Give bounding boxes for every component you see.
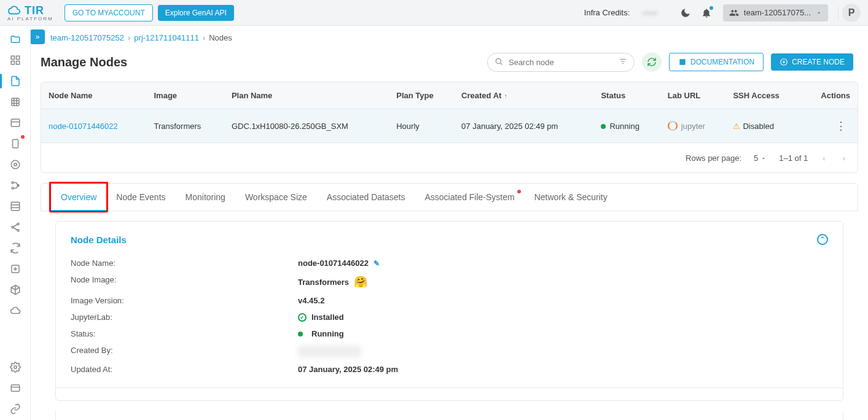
label-status: Status: bbox=[71, 329, 298, 338]
cloud-icon bbox=[7, 4, 21, 17]
col-created-at[interactable]: Created At↑ bbox=[454, 82, 593, 109]
label-image-version: Image Version: bbox=[71, 296, 298, 305]
sidebar-item-cube[interactable] bbox=[5, 280, 26, 300]
sidebar-item-graph[interactable] bbox=[5, 176, 26, 195]
filter-icon[interactable] bbox=[619, 57, 627, 68]
theme-toggle-icon[interactable] bbox=[680, 7, 691, 18]
sidebar-item-settings[interactable] bbox=[5, 357, 26, 377]
refresh-button[interactable] bbox=[642, 52, 662, 72]
cell-plan: GDC.1xH10080-26.250GB_SXM bbox=[224, 109, 389, 143]
svg-rect-2 bbox=[11, 61, 14, 64]
check-icon: ✓ bbox=[298, 313, 307, 322]
pagination: Rows per page: 5 1–1 of 1 ‹ › bbox=[41, 143, 858, 173]
value-jupyterlab: ✓Installed bbox=[298, 313, 344, 322]
col-lab-url[interactable]: Lab URL bbox=[660, 82, 726, 109]
svg-rect-4 bbox=[12, 98, 19, 106]
tab-node-events[interactable]: Node Events bbox=[106, 184, 175, 211]
label-node-image: Node Image: bbox=[71, 275, 298, 289]
breadcrumb-project[interactable]: prj-121711041111 bbox=[134, 33, 199, 42]
value-image-version: v4.45.2 bbox=[298, 296, 324, 305]
tabs: Overview Node Events Monitoring Workspac… bbox=[41, 183, 858, 211]
sidebar-item-deploy[interactable] bbox=[5, 134, 26, 154]
svg-point-15 bbox=[17, 230, 19, 231]
svg-rect-3 bbox=[16, 61, 19, 64]
tab-associated-filesystem[interactable]: Associated File-System bbox=[415, 184, 524, 211]
sidebar-item-dashboard[interactable] bbox=[5, 50, 26, 70]
value-updated-at: 07 January, 2025 02:49 pm bbox=[298, 365, 398, 374]
rpp-select[interactable]: 5 bbox=[754, 154, 767, 163]
collapse-button[interactable]: ⌃ bbox=[817, 234, 828, 245]
col-node-name[interactable]: Node Name bbox=[41, 82, 146, 109]
svg-point-7 bbox=[14, 163, 17, 166]
chevron-down-icon bbox=[816, 10, 822, 16]
goto-account-button[interactable]: GO TO MYACCOUNT bbox=[65, 4, 153, 21]
credits-label: Infra Credits: ------ bbox=[584, 8, 668, 17]
sidebar-expand-button[interactable]: » bbox=[31, 29, 45, 44]
svg-point-14 bbox=[12, 227, 14, 228]
cell-created: 07 January, 2025 02:49 pm bbox=[454, 109, 593, 143]
explore-genai-button[interactable]: Explore GenAI API bbox=[158, 5, 234, 21]
tab-monitoring[interactable]: Monitoring bbox=[176, 184, 235, 211]
search-input[interactable] bbox=[487, 53, 635, 72]
sort-asc-icon: ↑ bbox=[504, 92, 507, 99]
huggingface-icon: 🤗 bbox=[354, 275, 367, 289]
notifications-icon[interactable] bbox=[701, 7, 712, 18]
cell-plan-type: Hourly bbox=[389, 109, 454, 143]
cell-ssh: ⚠Disabled bbox=[725, 109, 802, 143]
cell-lab[interactable]: jupyter bbox=[660, 109, 726, 143]
breadcrumb-team[interactable]: team-120517075252 bbox=[50, 33, 124, 42]
row-actions-menu[interactable]: ⋮ bbox=[832, 120, 850, 132]
breadcrumb: team-120517075252 › prj-121711041111 › N… bbox=[31, 26, 868, 50]
next-page-button[interactable]: › bbox=[840, 151, 848, 165]
plus-icon bbox=[780, 58, 788, 66]
people-icon bbox=[729, 8, 739, 18]
table-row[interactable]: node-01071446022 Transformers GDC.1xH100… bbox=[41, 109, 858, 143]
logo[interactable]: TIR AI PLATFORM bbox=[7, 4, 53, 21]
sidebar-item-cloud[interactable] bbox=[5, 301, 26, 321]
sidebar-item-nodes[interactable] bbox=[5, 71, 26, 91]
documentation-button[interactable]: DOCUMENTATION bbox=[669, 53, 764, 71]
label-node-name: Node Name: bbox=[71, 259, 298, 268]
value-created-by bbox=[298, 346, 361, 357]
svg-point-13 bbox=[17, 223, 19, 225]
sidebar-item-billing[interactable] bbox=[5, 378, 26, 398]
sidebar-item-folder[interactable] bbox=[5, 29, 26, 49]
col-plan-name[interactable]: Plan Name bbox=[224, 82, 389, 109]
sidebar-item-datasets[interactable] bbox=[5, 92, 26, 112]
doc-icon bbox=[678, 58, 687, 66]
pagination-range: 1–1 of 1 bbox=[779, 154, 808, 163]
svg-rect-0 bbox=[11, 56, 14, 59]
tab-workspace-size[interactable]: Workspace Size bbox=[235, 184, 317, 211]
sidebar-item-sync[interactable] bbox=[5, 238, 26, 258]
sidebar-item-table[interactable] bbox=[5, 196, 26, 216]
tab-network-security[interactable]: Network & Security bbox=[525, 184, 617, 211]
team-selector[interactable]: team-120517075... bbox=[723, 4, 828, 21]
sidebar-item-link[interactable] bbox=[5, 399, 26, 419]
label-created-by: Created By: bbox=[71, 346, 298, 357]
sidebar-item-compute[interactable] bbox=[5, 155, 26, 174]
col-ssh-access[interactable]: SSH Access bbox=[725, 82, 802, 109]
sidebar-item-storage[interactable] bbox=[5, 113, 26, 133]
rpp-label: Rows per page: bbox=[686, 154, 741, 163]
tab-associated-datasets[interactable]: Associated Datasets bbox=[317, 184, 415, 211]
prev-page-button[interactable]: ‹ bbox=[820, 151, 827, 165]
sidebar-item-share[interactable] bbox=[5, 217, 26, 237]
topbar: TIR AI PLATFORM GO TO MYACCOUNT Explore … bbox=[0, 0, 868, 26]
warning-icon: ⚠ bbox=[733, 122, 740, 131]
avatar[interactable]: P bbox=[842, 4, 861, 22]
page-header: Manage Nodes DOCUMENTATION CREATE NODE bbox=[31, 50, 868, 82]
svg-point-17 bbox=[14, 366, 17, 369]
create-node-button[interactable]: CREATE NODE bbox=[771, 53, 853, 71]
col-plan-type[interactable]: Plan Type bbox=[389, 82, 454, 109]
col-status[interactable]: Status bbox=[593, 82, 660, 109]
value-status: Running bbox=[298, 329, 344, 338]
sidebar-item-archive[interactable] bbox=[5, 259, 26, 279]
search-icon bbox=[495, 57, 503, 68]
node-name-link[interactable]: node-01071446022 bbox=[49, 122, 118, 131]
svg-point-8 bbox=[11, 160, 20, 169]
edit-name-icon[interactable]: ✎ bbox=[373, 259, 380, 268]
tab-overview[interactable]: Overview bbox=[51, 184, 106, 211]
search-wrap bbox=[487, 53, 635, 72]
col-image[interactable]: Image bbox=[146, 82, 224, 109]
label-updated-at: Updated At: bbox=[71, 365, 298, 374]
